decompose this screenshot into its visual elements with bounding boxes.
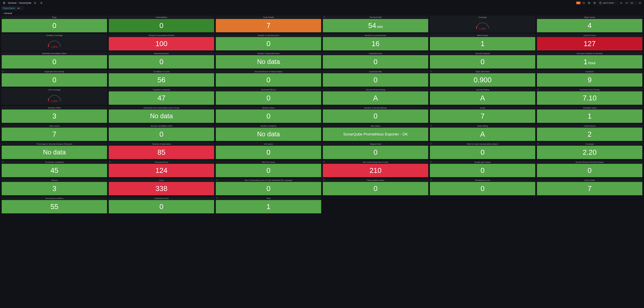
panel-title: Issues [430, 106, 536, 109]
stat-panel[interactable]: False positive issues 0 [322, 179, 428, 196]
stat-value: 124 [156, 167, 168, 174]
info-icon[interactable] [323, 16, 325, 18]
info-icon[interactable] [430, 125, 432, 126]
stat-panel[interactable]: Code Smells 7 [216, 15, 322, 33]
stat-panel[interactable]: Vulnerabilities 0 [108, 15, 214, 33]
save-icon[interactable] [587, 1, 592, 5]
info-icon[interactable] [216, 197, 218, 199]
stat-panel[interactable]: Won't fix issues 0 [216, 160, 322, 178]
stat-panel[interactable]: Reliability rating 1 [536, 106, 643, 123]
stat-panel[interactable]: Number of unit test errors 0 [216, 34, 322, 51]
info-icon[interactable] [216, 179, 218, 181]
stat-panel[interactable]: Code Smells 7 [536, 179, 643, 196]
info-icon[interactable] [430, 179, 432, 181]
stat-panel[interactable]: Security Review Rating A [322, 88, 428, 105]
stat-value: 85 [158, 149, 166, 156]
stat-panel[interactable]: Condition Coverage 1.80% [1, 34, 108, 51]
panel-title: Skipped tests [322, 142, 428, 145]
stat-panel[interactable]: Percentage of Security Hotspots Reviewed… [1, 142, 108, 159]
stat-panel[interactable]: Development cost 0 [430, 179, 536, 196]
info-icon[interactable] [537, 143, 539, 145]
stat-panel[interactable]: Number of files 3 [1, 106, 108, 123]
stat-panel[interactable]: Bugs 0 [1, 15, 108, 33]
stat-panel[interactable]: Number of unit test failures 0 [322, 106, 428, 123]
info-icon[interactable] [2, 161, 4, 163]
refresh-icon[interactable] [624, 1, 629, 5]
stat-panel[interactable]: Minor Issues 1 [430, 34, 536, 51]
stat-panel[interactable]: Sqale Rating A [430, 124, 536, 141]
stat-panel[interactable]: Reopened Issues 0 [108, 52, 214, 69]
stat-panel[interactable]: Security Review Reviewed Status 0 [536, 160, 643, 178]
stat-panel[interactable]: Confirmed issues 0 [108, 197, 214, 214]
stat-panel[interactable]: Issues 7 [430, 106, 536, 123]
stat-panel[interactable]: Info issues 0 [216, 142, 322, 159]
stat-panel[interactable]: Number of generated lines No data [216, 52, 322, 69]
star-icon[interactable] [33, 1, 38, 5]
info-icon[interactable] [2, 70, 4, 72]
stat-panel[interactable]: Cognitive complexity 47 [108, 88, 214, 105]
stat-panel[interactable]: Functions 9 [536, 70, 643, 87]
info-icon[interactable] [430, 70, 432, 72]
refresh-interval-picker[interactable]: 1m [629, 1, 637, 5]
settings-icon[interactable] [592, 1, 597, 5]
stat-panel[interactable]: Open issues 7 [1, 124, 108, 141]
info-icon[interactable] [323, 179, 325, 181]
stat-panel[interactable]: Cyclomatic complexity 45 [1, 160, 108, 178]
stat-panel[interactable]: Duplicated lines density 0 [1, 70, 108, 87]
share-icon[interactable] [39, 1, 44, 5]
dashboard-grid-icon[interactable] [2, 1, 6, 5]
stat-panel[interactable]: Non commenting lines of code 210 [322, 160, 428, 178]
stat-panel[interactable]: Classes 3 [1, 179, 108, 196]
panel-title: Comment Lines Density [536, 88, 643, 91]
stat-panel[interactable]: Effort to reach maintainability rating A… [430, 142, 536, 159]
info-icon[interactable] [109, 161, 111, 163]
stat-panel[interactable]: Major Issues 4 [536, 15, 643, 33]
stat-panel[interactable]: Execution duration of unit tests 1hour [536, 52, 643, 69]
time-range-picker[interactable]: Last 3 hours [598, 1, 618, 5]
stat-panel[interactable]: Lines to Cover 127 [536, 34, 643, 51]
stat-panel[interactable]: Skipped tests 0 [322, 142, 428, 159]
stat-panel[interactable]: Number of statements 85 [108, 142, 214, 159]
stat-panel[interactable]: Number of projects No data [216, 124, 322, 141]
stat-panel[interactable]: Duplicated files 0 [322, 70, 428, 87]
stat-panel[interactable]: Duplicated Blocks 0 [216, 88, 322, 105]
stat-panel[interactable]: Non Commenting Lines of Code Distributed… [216, 179, 322, 196]
breadcrumb-root[interactable]: General [8, 1, 16, 4]
info-icon[interactable] [430, 143, 432, 145]
stat-panel[interactable]: Lines 338 [108, 179, 214, 196]
stat-panel[interactable]: Reliability Remediation Effort 0 [1, 52, 108, 69]
stat-panel[interactable]: Alert Status SonarQube Prometheus Export… [322, 124, 428, 141]
stat-panel[interactable]: Security remediation effort 0 [108, 124, 214, 141]
info-icon[interactable] [323, 161, 325, 163]
stat-panel[interactable]: Coverage 2.20 [536, 142, 643, 159]
add-panel-icon[interactable] [581, 1, 586, 5]
stat-panel[interactable]: Duplicated lines 0 [322, 52, 428, 69]
stat-panel[interactable]: Tests 1 [216, 197, 322, 214]
info-icon[interactable] [537, 88, 539, 90]
stat-panel[interactable]: Comment Lines Density 7.10 [536, 88, 643, 105]
gauge-body: 2.20% [430, 19, 535, 32]
stat-panel[interactable]: Uncovered conditions 55 [1, 197, 108, 214]
info-icon[interactable] [430, 161, 432, 163]
tv-mode-icon[interactable] [638, 1, 642, 5]
stat-panel[interactable]: Number of comment lines 16 [322, 34, 428, 51]
zoom-out-icon[interactable] [619, 1, 624, 5]
stat-value: No data [256, 58, 281, 66]
stat-panel[interactable]: Security hotspots 0 [430, 52, 536, 69]
stat-panel[interactable]: Coverage 2.20% [430, 15, 536, 33]
stat-panel[interactable]: Quality gate details 0 [430, 160, 536, 178]
cycle-view-badge[interactable] [576, 1, 580, 4]
stat-panel[interactable]: Density of successful unit tests 100 [108, 34, 214, 51]
row-header[interactable]: General [0, 11, 644, 15]
stat-panel[interactable]: Critical Issues 2 [536, 124, 643, 141]
variable-value-dropdown[interactable]: All [16, 6, 24, 10]
stat-panel[interactable]: Line Coverage 2.40% [1, 88, 108, 105]
stat-panel[interactable]: Technical Debt 54min [322, 15, 428, 33]
stat-panel[interactable]: Generated non Commenting Lines of Code N… [108, 106, 214, 123]
stat-panel[interactable]: Uncovered lines 124 [108, 160, 214, 178]
stat-panel[interactable]: Sqale Debt Ratio 0.900 [430, 70, 536, 87]
stat-panel[interactable]: Blocker issues 0 [216, 106, 322, 123]
stat-panel[interactable]: Conditions to cover 56 [108, 70, 214, 87]
stat-panel[interactable]: Security Review To Reach Status 0 [216, 70, 322, 87]
stat-panel[interactable]: Security Rating A [430, 88, 536, 105]
